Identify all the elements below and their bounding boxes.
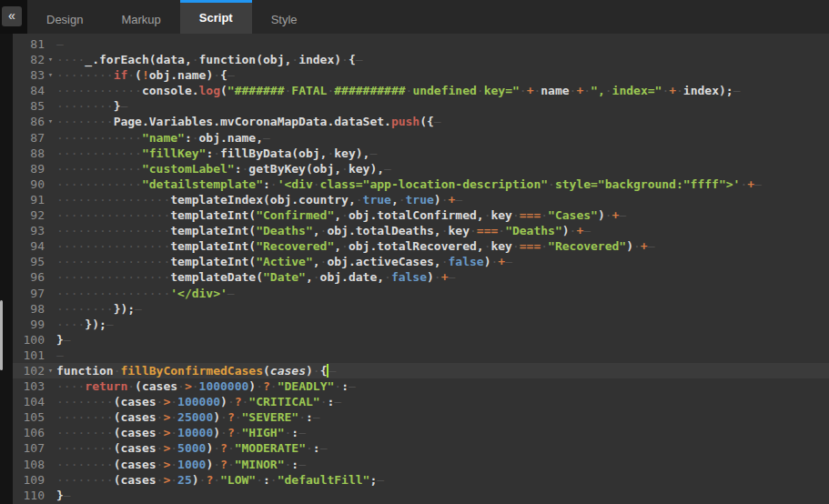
line-gutter: 88 — [13, 146, 56, 161]
code-line[interactable]: 102▾function·fillByConfirmedCases(cases)… — [13, 363, 829, 378]
code-line[interactable]: 99····});– — [13, 317, 829, 332]
line-gutter: 92 — [13, 207, 56, 223]
fold-arrow-icon[interactable]: ▾ — [45, 363, 56, 378]
line-number: 93 — [30, 223, 45, 238]
script-code-editor[interactable]: 81–82▾····_.forEach(data,·function(obj,·… — [13, 34, 829, 504]
code-line[interactable]: 110}– — [13, 488, 829, 503]
line-gutter: 104 — [13, 394, 56, 409]
code-line[interactable]: 93················templateInt("Deaths",·… — [13, 223, 829, 238]
code-line[interactable]: 97················'</div>'– — [13, 286, 829, 301]
line-gutter: 100 — [13, 332, 56, 348]
code-line[interactable]: 81– — [13, 36, 829, 52]
line-number: 100 — [24, 332, 45, 348]
tab-style[interactable]: Style — [252, 0, 317, 34]
line-gutter: 91 — [13, 192, 56, 207]
line-gutter: 94 — [13, 238, 56, 254]
line-number: 84 — [30, 83, 45, 98]
code-line[interactable]: 107········(cases·>·5000)·?·"MODERATE"·:… — [13, 440, 829, 456]
line-number: 88 — [30, 146, 45, 161]
line-number: 85 — [30, 98, 45, 114]
newline-mark: – — [583, 224, 591, 237]
code-line[interactable]: 100}– — [13, 332, 829, 348]
line-number: 82 — [30, 52, 45, 67]
newline-mark: – — [64, 489, 71, 502]
newline-mark: – — [298, 458, 306, 471]
line-number: 83 — [30, 67, 45, 83]
line-gutter: 107 — [13, 440, 56, 456]
line-number: 87 — [30, 130, 45, 146]
collapse-panel-button[interactable]: « — [2, 6, 22, 26]
collapse-chevron-icon: « — [8, 8, 15, 23]
code-line[interactable]: 91················templateIndex(obj.coun… — [13, 192, 829, 207]
newline-mark: – — [334, 395, 341, 408]
fold-arrow-icon[interactable]: ▾ — [45, 67, 56, 83]
code-line[interactable]: 84············console.log("#######·FATAL… — [13, 83, 829, 98]
newline-mark: – — [619, 208, 626, 222]
code-line[interactable]: 86▾········Page.Variables.mvCoronaMapDat… — [13, 114, 829, 129]
line-number: 109 — [24, 472, 45, 488]
newline-mark: – — [313, 410, 320, 424]
code-line[interactable]: 92················templateInt("Confirmed… — [13, 207, 829, 223]
line-gutter: 96 — [13, 269, 56, 285]
code-line[interactable]: 108········(cases·>·1000)·?·"MINOR"·:– — [13, 457, 829, 472]
line-gutter: 89 — [13, 161, 56, 176]
line-gutter: 102▾ — [13, 363, 56, 378]
newline-mark: – — [263, 131, 270, 145]
newline-mark: – — [377, 473, 384, 487]
line-gutter: 106 — [13, 425, 56, 440]
newline-mark: – — [349, 379, 356, 393]
line-number: 81 — [30, 36, 45, 52]
code-line[interactable]: 95················templateInt("Active",·… — [13, 254, 829, 269]
line-gutter: 93 — [13, 223, 56, 238]
newline-mark: – — [56, 37, 64, 51]
line-number: 97 — [30, 286, 45, 301]
code-line[interactable]: 88············"fillKey":·fillByData(obj,… — [13, 146, 829, 161]
line-gutter: 110 — [13, 488, 56, 503]
code-line[interactable]: 98········});– — [13, 301, 829, 317]
newline-mark: – — [135, 302, 142, 316]
code-line[interactable]: 87············"name":·obj.name,– — [13, 130, 829, 146]
line-number: 101 — [24, 348, 45, 363]
newline-mark: – — [754, 177, 762, 191]
code-line[interactable]: 103····return·(cases·>·1000000)·?·"DEADL… — [13, 378, 829, 394]
newline-mark: – — [227, 68, 235, 82]
line-gutter: 90 — [13, 176, 56, 192]
newline-mark: – — [120, 99, 127, 113]
line-number: 90 — [30, 176, 45, 192]
code-line[interactable]: 94················templateInt("Recovered… — [13, 238, 829, 254]
code-line[interactable]: 101– — [13, 348, 829, 363]
fold-arrow-icon[interactable]: ▾ — [45, 52, 56, 67]
code-line[interactable]: 96················templateDate("Date",·o… — [13, 269, 829, 285]
vertical-scrollbar-thumb[interactable] — [0, 300, 3, 370]
code-line[interactable]: 104········(cases·>·100000)·?·"CRITICAL"… — [13, 394, 829, 409]
line-number: 86 — [30, 114, 45, 129]
code-line[interactable]: 106········(cases·>·10000)·?·"HIGH"·:– — [13, 425, 829, 440]
line-gutter: 95 — [13, 254, 56, 269]
newline-mark: – — [434, 115, 441, 128]
line-number: 92 — [30, 207, 45, 223]
tab-design[interactable]: Design — [27, 0, 102, 34]
newline-mark: – — [356, 53, 363, 66]
code-line[interactable]: 89············"customLabel":·getByKey(ob… — [13, 161, 829, 176]
newline-mark: – — [320, 441, 328, 455]
line-number: 95 — [30, 254, 45, 269]
fold-arrow-icon[interactable]: ▾ — [45, 114, 56, 129]
line-gutter: 87 — [13, 130, 56, 146]
code-line[interactable]: 109········(cases·>·25)·?·"LOW"·:·"defau… — [13, 472, 829, 488]
newline-mark: – — [227, 287, 235, 300]
line-number: 91 — [30, 192, 45, 207]
line-gutter: 83▾ — [13, 67, 56, 83]
line-number: 107 — [24, 440, 45, 456]
code-line[interactable]: 83▾········if·(!obj.name)·{– — [13, 67, 829, 83]
code-line[interactable]: 82▾····_.forEach(data,·function(obj,·ind… — [13, 52, 829, 67]
tab-script[interactable]: Script — [180, 0, 252, 34]
line-number: 89 — [30, 161, 45, 176]
line-gutter: 99 — [13, 317, 56, 332]
tab-markup[interactable]: Markup — [102, 0, 179, 34]
newline-mark: – — [449, 270, 456, 284]
line-number: 103 — [24, 378, 45, 394]
code-lines: 81–82▾····_.forEach(data,·function(obj,·… — [13, 36, 829, 504]
code-line[interactable]: 85········}– — [13, 98, 829, 114]
code-line[interactable]: 105········(cases·>·25000)·?·"SEVERE"·:– — [13, 409, 829, 425]
code-line[interactable]: 90············"detailstemplate":·'<div·c… — [13, 176, 829, 192]
